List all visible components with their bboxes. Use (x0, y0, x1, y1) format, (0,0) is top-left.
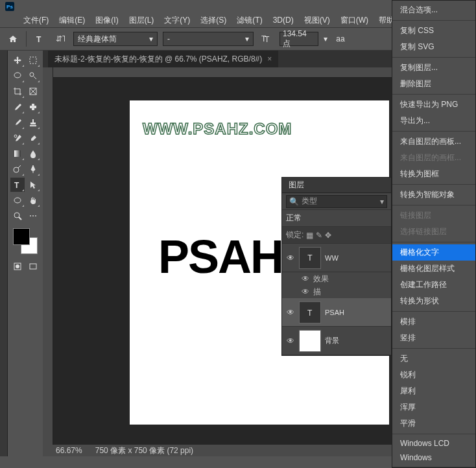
layer-name: PSAH (325, 309, 344, 316)
pen-tool[interactable] (26, 162, 40, 176)
layer-fx-stroke[interactable]: 👁 描 (282, 285, 391, 298)
tab-close-button[interactable]: × (267, 54, 272, 64)
menu-item[interactable]: 选择(S) (196, 14, 230, 27)
chevron-down-icon[interactable]: ▾ (324, 34, 327, 43)
layer-item[interactable]: 👁 T PSAH (282, 298, 391, 327)
quickmask-button[interactable] (10, 259, 25, 274)
frame-tool[interactable] (26, 84, 40, 99)
lock-icon[interactable]: ✥ (325, 231, 331, 240)
context-menu-item[interactable]: 混合选项... (392, 2, 475, 18)
visibility-toggle[interactable]: 👁 (302, 287, 309, 296)
font-family-select[interactable]: 经典趣体简▾ (73, 32, 158, 46)
move-tool[interactable] (10, 53, 25, 67)
menu-item[interactable]: 图像(I) (91, 14, 122, 27)
menu-separator (392, 467, 475, 467)
stamp-tool[interactable] (26, 115, 40, 130)
context-menu-item[interactable]: 导出为... (392, 113, 475, 129)
color-swatch[interactable] (13, 228, 38, 254)
history-brush-tool[interactable] (10, 131, 25, 145)
screenmode-button[interactable] (26, 259, 40, 274)
context-menu-item[interactable]: 竖排 (392, 330, 475, 346)
artboard-tool[interactable] (26, 53, 40, 67)
context-menu-item[interactable]: 复制 SVG (392, 39, 475, 55)
chevron-down-icon: ▾ (149, 34, 153, 43)
layer-item[interactable]: 👁 T WW (282, 244, 391, 272)
context-menu-item[interactable]: 平滑 (392, 415, 475, 432)
visibility-toggle[interactable]: 👁 (302, 274, 309, 283)
layer-fx-row[interactable]: 👁 效果 (282, 272, 391, 285)
search-icon: 🔍 (289, 197, 299, 206)
context-menu-item[interactable]: 栅格化图层样式 (392, 261, 475, 277)
context-menu-item[interactable]: 栅格化文字 (392, 244, 475, 261)
ruler-vertical[interactable] (43, 67, 53, 445)
menu-item[interactable]: 滤镜(T) (233, 14, 266, 27)
text-tool-indicator: T (32, 31, 47, 47)
layer-thumb-text: T (299, 247, 321, 269)
layer-thumb (299, 330, 321, 352)
text-orientation-button[interactable]: ⇵T (53, 31, 68, 47)
eraser-tool[interactable] (26, 131, 40, 145)
zoom-level[interactable]: 66.67% (56, 446, 82, 455)
context-menu-item[interactable]: 创建工作路径 (392, 277, 475, 293)
layer-item[interactable]: 👁 背景 (282, 327, 391, 355)
menu-separator (392, 434, 475, 434)
context-menu-item[interactable]: 无 (392, 351, 475, 367)
antialias-button[interactable]: aa (333, 31, 348, 47)
path-select-tool[interactable] (26, 178, 40, 192)
context-menu-item[interactable]: 快速导出为 PNG (392, 97, 475, 113)
blend-mode-select[interactable]: 正常 (286, 212, 331, 225)
context-menu-item[interactable]: 来自图层的画板... (392, 134, 475, 150)
lock-icon[interactable]: ▦ (306, 231, 313, 240)
context-menu-item[interactable]: 转换为智能对象 (392, 187, 475, 203)
menu-item[interactable]: 窗口(W) (337, 14, 372, 27)
context-menu-item[interactable]: 转换为图框 (392, 166, 475, 182)
context-menu-item[interactable]: 横排 (392, 314, 475, 330)
svg-rect-9 (32, 104, 34, 110)
context-menu-item[interactable]: 锐利 (392, 367, 475, 383)
context-menu-item[interactable]: Windows (392, 450, 475, 465)
svg-text:T: T (14, 181, 19, 189)
font-style-select[interactable]: -▾ (163, 32, 254, 46)
eyedropper-tool[interactable] (10, 100, 25, 114)
visibility-toggle[interactable]: 👁 (286, 336, 295, 345)
menu-separator (392, 205, 475, 205)
context-menu-item[interactable]: 犀利 (392, 383, 475, 399)
menu-item[interactable]: 编辑(E) (55, 14, 89, 27)
crop-tool[interactable] (10, 84, 25, 99)
layers-panel: 图层 🔍 类型 ▾ 正常 锁定: ▦ ✎ ✥ 👁 T WW 👁 效果 👁 描 👁… (281, 177, 392, 356)
hand-tool[interactable] (26, 193, 40, 207)
menu-item[interactable]: 3D(D) (269, 14, 298, 26)
panel-tab-layers[interactable]: 图层 (282, 178, 391, 193)
zoom-tool[interactable] (10, 209, 25, 223)
menu-item[interactable]: 视图(V) (300, 14, 334, 27)
type-tool[interactable]: T (10, 178, 25, 192)
foreground-color[interactable] (13, 228, 30, 245)
context-menu-item[interactable]: 复制 CSS (392, 23, 475, 39)
menu-item[interactable]: 文件(F) (19, 14, 53, 27)
context-menu-item[interactable]: Windows LCD (392, 436, 475, 450)
home-icon[interactable] (5, 31, 21, 47)
lock-icon[interactable]: ✎ (316, 231, 322, 240)
visibility-toggle[interactable]: 👁 (286, 253, 295, 263)
brush-tool[interactable] (10, 115, 25, 130)
context-menu-item[interactable]: 复制图层... (392, 60, 475, 76)
gradient-tool[interactable] (10, 146, 25, 161)
menu-item[interactable]: 文字(Y) (160, 14, 194, 27)
document-tab[interactable]: 未标题-2-恢复的-恢复的-恢复的 @ 66.7% (PSAHZ, RGB/8#… (48, 51, 278, 67)
layer-filter-select[interactable]: 🔍 类型 ▾ (286, 195, 387, 208)
menu-separator (392, 184, 475, 185)
dodge-tool[interactable] (10, 162, 25, 176)
quick-select-tool[interactable] (26, 69, 40, 83)
font-size-input[interactable]: 134.54 点 (280, 32, 318, 46)
context-menu-item[interactable]: 浑厚 (392, 399, 475, 415)
heal-tool[interactable] (26, 100, 40, 114)
more-tools[interactable]: ⋯ (26, 209, 40, 223)
visibility-toggle[interactable]: 👁 (286, 308, 295, 317)
lasso-tool[interactable] (10, 69, 25, 83)
menu-item[interactable]: 图层(L) (125, 14, 158, 27)
shape-tool[interactable] (10, 193, 25, 207)
svg-point-15 (14, 213, 19, 218)
blur-tool[interactable] (26, 146, 40, 161)
context-menu-item[interactable]: 转换为形状 (392, 293, 475, 309)
context-menu-item[interactable]: 删除图层 (392, 76, 475, 92)
